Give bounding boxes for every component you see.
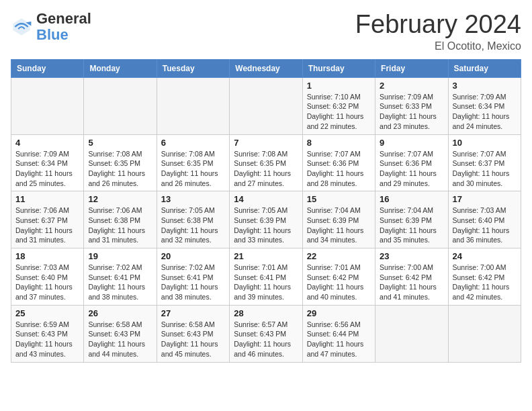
calendar-cell [448, 305, 521, 362]
page-header: General Blue February 2024 El Ocotito, M… [11, 11, 521, 52]
day-number: 10 [453, 138, 517, 148]
calendar-cell: 11Sunrise: 7:06 AMSunset: 6:37 PMDayligh… [11, 191, 84, 248]
day-info: Sunrise: 7:03 AMSunset: 6:40 PMDaylight:… [453, 205, 517, 245]
calendar-cell: 2Sunrise: 7:09 AMSunset: 6:33 PMDaylight… [375, 77, 448, 134]
weekday-header-friday: Friday [375, 59, 448, 77]
day-number: 17 [453, 194, 517, 204]
day-number: 15 [307, 194, 371, 204]
calendar-cell: 12Sunrise: 7:06 AMSunset: 6:38 PMDayligh… [84, 191, 157, 248]
weekday-header-monday: Monday [84, 59, 157, 77]
calendar-cell: 27Sunrise: 6:58 AMSunset: 6:43 PMDayligh… [157, 305, 229, 362]
calendar-cell: 17Sunrise: 7:03 AMSunset: 6:40 PMDayligh… [448, 191, 521, 248]
day-number: 28 [234, 308, 298, 318]
calendar-cell [157, 77, 229, 134]
day-number: 2 [380, 81, 443, 91]
day-info: Sunrise: 7:05 AMSunset: 6:38 PMDaylight:… [161, 205, 225, 245]
day-info: Sunrise: 7:08 AMSunset: 6:35 PMDaylight:… [161, 149, 225, 189]
day-number: 14 [234, 194, 298, 204]
day-number: 1 [307, 81, 371, 91]
calendar-cell: 20Sunrise: 7:02 AMSunset: 6:41 PMDayligh… [157, 248, 229, 306]
day-info: Sunrise: 6:58 AMSunset: 6:43 PMDaylight:… [161, 320, 225, 359]
calendar-cell: 23Sunrise: 7:00 AMSunset: 6:42 PMDayligh… [375, 248, 448, 306]
calendar-cell: 9Sunrise: 7:07 AMSunset: 6:36 PMDaylight… [375, 134, 448, 191]
title-block: February 2024 El Ocotito, Mexico [355, 11, 521, 52]
calendar-cell: 10Sunrise: 7:07 AMSunset: 6:37 PMDayligh… [448, 134, 521, 191]
calendar-cell: 22Sunrise: 7:01 AMSunset: 6:42 PMDayligh… [302, 248, 375, 306]
day-number: 26 [88, 308, 152, 318]
day-number: 12 [88, 194, 152, 204]
calendar-week-4: 18Sunrise: 7:03 AMSunset: 6:40 PMDayligh… [11, 248, 521, 306]
day-number: 13 [161, 194, 225, 204]
day-info: Sunrise: 7:08 AMSunset: 6:35 PMDaylight:… [88, 149, 152, 189]
day-info: Sunrise: 7:06 AMSunset: 6:38 PMDaylight:… [88, 205, 152, 245]
calendar-cell: 3Sunrise: 7:09 AMSunset: 6:34 PMDaylight… [448, 77, 521, 134]
calendar-cell [375, 305, 448, 362]
calendar-cell: 16Sunrise: 7:04 AMSunset: 6:39 PMDayligh… [375, 191, 448, 248]
day-number: 4 [15, 138, 79, 148]
day-number: 8 [307, 138, 371, 148]
weekday-header-saturday: Saturday [448, 59, 521, 77]
day-number: 9 [380, 138, 443, 148]
calendar-cell: 28Sunrise: 6:57 AMSunset: 6:43 PMDayligh… [230, 305, 302, 362]
day-info: Sunrise: 6:56 AMSunset: 6:44 PMDaylight:… [307, 320, 371, 359]
day-info: Sunrise: 7:04 AMSunset: 6:39 PMDaylight:… [307, 205, 371, 245]
calendar-cell [11, 77, 84, 134]
weekday-header-row: SundayMondayTuesdayWednesdayThursdayFrid… [11, 59, 521, 77]
day-info: Sunrise: 7:01 AMSunset: 6:41 PMDaylight:… [234, 263, 298, 302]
day-number: 29 [307, 308, 371, 318]
calendar-cell: 6Sunrise: 7:08 AMSunset: 6:35 PMDaylight… [157, 134, 229, 191]
calendar-week-2: 4Sunrise: 7:09 AMSunset: 6:34 PMDaylight… [11, 134, 521, 191]
day-number: 19 [88, 251, 152, 261]
day-number: 6 [161, 138, 225, 148]
day-info: Sunrise: 7:10 AMSunset: 6:32 PMDaylight:… [307, 92, 371, 132]
day-info: Sunrise: 6:59 AMSunset: 6:43 PMDaylight:… [15, 320, 79, 359]
calendar-cell [84, 77, 157, 134]
day-info: Sunrise: 6:58 AMSunset: 6:43 PMDaylight:… [88, 320, 152, 359]
calendar-week-5: 25Sunrise: 6:59 AMSunset: 6:43 PMDayligh… [11, 305, 521, 362]
day-number: 24 [453, 251, 517, 261]
day-number: 5 [88, 138, 152, 148]
calendar-cell: 26Sunrise: 6:58 AMSunset: 6:43 PMDayligh… [84, 305, 157, 362]
calendar-cell: 14Sunrise: 7:05 AMSunset: 6:39 PMDayligh… [230, 191, 302, 248]
calendar-cell: 24Sunrise: 7:00 AMSunset: 6:42 PMDayligh… [448, 248, 521, 306]
calendar-cell: 8Sunrise: 7:07 AMSunset: 6:36 PMDaylight… [302, 134, 375, 191]
day-info: Sunrise: 7:04 AMSunset: 6:39 PMDaylight:… [380, 205, 443, 245]
logo-blue-text: Blue [36, 26, 69, 43]
day-info: Sunrise: 6:57 AMSunset: 6:43 PMDaylight:… [234, 320, 298, 359]
day-number: 18 [15, 251, 79, 261]
calendar-cell: 15Sunrise: 7:04 AMSunset: 6:39 PMDayligh… [302, 191, 375, 248]
day-number: 25 [15, 308, 79, 318]
calendar-cell: 13Sunrise: 7:05 AMSunset: 6:38 PMDayligh… [157, 191, 229, 248]
calendar-cell: 7Sunrise: 7:08 AMSunset: 6:35 PMDaylight… [230, 134, 302, 191]
day-info: Sunrise: 7:02 AMSunset: 6:41 PMDaylight:… [88, 263, 152, 302]
calendar-cell [230, 77, 302, 134]
calendar-cell: 4Sunrise: 7:09 AMSunset: 6:34 PMDaylight… [11, 134, 84, 191]
day-number: 11 [15, 194, 79, 204]
calendar-cell: 29Sunrise: 6:56 AMSunset: 6:44 PMDayligh… [302, 305, 375, 362]
day-info: Sunrise: 7:07 AMSunset: 6:37 PMDaylight:… [453, 149, 517, 189]
day-info: Sunrise: 7:07 AMSunset: 6:36 PMDaylight:… [380, 149, 443, 189]
day-info: Sunrise: 7:03 AMSunset: 6:40 PMDaylight:… [15, 263, 79, 302]
day-number: 7 [234, 138, 298, 148]
weekday-header-thursday: Thursday [302, 59, 375, 77]
calendar-week-3: 11Sunrise: 7:06 AMSunset: 6:37 PMDayligh… [11, 191, 521, 248]
day-number: 16 [380, 194, 443, 204]
month-year-title: February 2024 [355, 11, 521, 39]
calendar-cell: 21Sunrise: 7:01 AMSunset: 6:41 PMDayligh… [230, 248, 302, 306]
day-info: Sunrise: 7:01 AMSunset: 6:42 PMDaylight:… [307, 263, 371, 302]
day-number: 23 [380, 251, 443, 261]
weekday-header-sunday: Sunday [11, 59, 84, 77]
calendar-cell: 19Sunrise: 7:02 AMSunset: 6:41 PMDayligh… [84, 248, 157, 306]
location-subtitle: El Ocotito, Mexico [355, 40, 521, 52]
weekday-header-wednesday: Wednesday [230, 59, 302, 77]
day-info: Sunrise: 7:09 AMSunset: 6:33 PMDaylight:… [380, 92, 443, 132]
weekday-header-tuesday: Tuesday [157, 59, 229, 77]
calendar-cell: 1Sunrise: 7:10 AMSunset: 6:32 PMDaylight… [302, 77, 375, 134]
day-info: Sunrise: 7:05 AMSunset: 6:39 PMDaylight:… [234, 205, 298, 245]
day-info: Sunrise: 7:09 AMSunset: 6:34 PMDaylight:… [15, 149, 79, 189]
day-number: 3 [453, 81, 517, 91]
calendar-table: SundayMondayTuesdayWednesdayThursdayFrid… [11, 59, 521, 363]
day-number: 27 [161, 308, 225, 318]
day-number: 20 [161, 251, 225, 261]
day-number: 22 [307, 251, 371, 261]
